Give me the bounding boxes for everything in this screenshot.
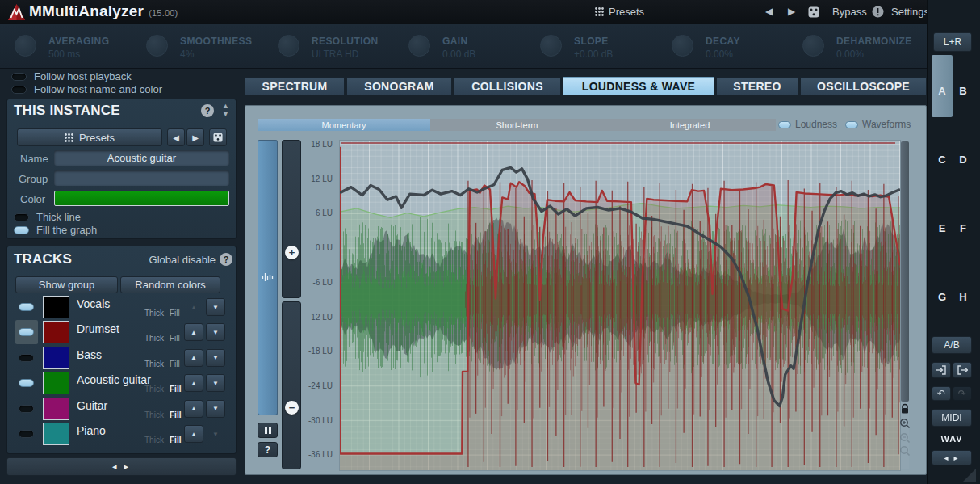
track-enable-toggle[interactable] — [19, 328, 34, 336]
track-fill-label[interactable]: Fill — [170, 410, 181, 419]
tab-sonogram[interactable]: SONOGRAM — [346, 77, 452, 95]
track-color-swatch[interactable] — [43, 321, 69, 343]
slot-a[interactable]: A — [932, 85, 953, 97]
copy-to-slot-icon[interactable] — [932, 362, 951, 378]
slot-e[interactable]: E — [932, 222, 953, 234]
track-thick-label[interactable]: Thick — [144, 385, 164, 394]
track-color-swatch[interactable] — [43, 372, 69, 394]
tab-spectrum[interactable]: SPECTRUM — [245, 77, 345, 95]
waveforms-toggle[interactable]: Waveforms — [845, 119, 911, 130]
zoom-fit-icon[interactable] — [899, 445, 911, 457]
track-thick-label[interactable]: Thick — [144, 410, 164, 419]
knob-dial[interactable] — [15, 35, 36, 57]
knob-dial[interactable] — [672, 35, 693, 57]
knob-smoothness[interactable]: SMOOTHNESS4% — [146, 32, 275, 65]
track-move-down-button[interactable]: ▼ — [206, 374, 225, 392]
limiter-warning-icon[interactable] — [872, 6, 884, 18]
mode-momentary[interactable]: Momentary — [258, 119, 430, 131]
knob-dial[interactable] — [408, 35, 430, 57]
track-move-up-button[interactable]: ▲ — [184, 425, 203, 443]
tab-collisions[interactable]: COLLISIONS — [454, 77, 561, 95]
track-fill-label[interactable]: Fill — [170, 309, 180, 318]
name-field[interactable]: Acoustic guitar — [54, 150, 229, 166]
slot-c[interactable]: C — [932, 154, 953, 166]
previous-preset-button[interactable]: ◀ — [765, 6, 773, 17]
slot-f[interactable]: F — [953, 222, 974, 234]
track-move-down-button[interactable]: ▼ — [206, 400, 225, 418]
track-enable-toggle[interactable] — [19, 303, 34, 311]
track-move-up-button[interactable]: ▲ — [184, 400, 203, 418]
previous-instance-preset-button[interactable]: ◀ — [167, 128, 185, 146]
track-color-swatch[interactable] — [43, 398, 69, 420]
settings-button[interactable]: Settings — [891, 6, 929, 18]
zoom-out-icon[interactable] — [899, 432, 911, 444]
follow-host-playback-toggle[interactable]: Follow host playback — [11, 70, 132, 82]
knob-dial[interactable] — [540, 35, 562, 57]
knob-dial[interactable] — [802, 35, 824, 57]
track-enable-toggle[interactable] — [19, 430, 34, 438]
show-group-button[interactable]: Show group — [15, 276, 118, 293]
tab-stereo[interactable]: STEREO — [716, 77, 798, 95]
paste-from-slot-icon[interactable] — [953, 362, 972, 378]
pause-button[interactable] — [258, 423, 278, 438]
random-preset-dice-icon[interactable] — [808, 6, 819, 18]
track-thick-label[interactable]: Thick — [144, 436, 164, 444]
knob-resolution[interactable]: RESOLUTIONULTRA HD — [278, 32, 407, 65]
random-instance-preset-button[interactable] — [209, 128, 227, 146]
wav-label[interactable]: WAV — [928, 434, 976, 444]
slot-h[interactable]: H — [953, 291, 974, 303]
loudness-wave-plot[interactable] — [339, 140, 901, 471]
knob-dial[interactable] — [146, 35, 168, 57]
track-move-up-button[interactable]: ▲ — [184, 374, 203, 392]
undo-icon[interactable]: ↶ — [932, 386, 951, 401]
knob-dial[interactable] — [278, 35, 299, 57]
track-color-swatch[interactable] — [43, 423, 69, 445]
mode-integrated[interactable]: Integrated — [604, 119, 776, 131]
tab-oscilloscope[interactable]: OSCILLOSCOPE — [800, 77, 927, 95]
knob-gain[interactable]: GAIN0.00 dB — [408, 32, 538, 65]
track-color-swatch[interactable] — [43, 347, 69, 369]
track-fill-label[interactable]: Fill — [170, 385, 181, 394]
sidebar-resize-button[interactable]: ◂ ▸ — [932, 450, 972, 465]
chart-help-button[interactable]: ? — [258, 442, 278, 457]
presets-menu-button[interactable]: Presets — [595, 6, 644, 18]
track-move-down-button[interactable]: ▼ — [206, 298, 225, 316]
left-panel-resize-button[interactable]: ◂ ▸ — [6, 457, 237, 476]
slot-d[interactable]: D — [953, 154, 974, 166]
group-field[interactable] — [54, 170, 229, 186]
scrollbar-thumb[interactable] — [901, 141, 909, 402]
tracks-help-icon[interactable]: ? — [220, 253, 232, 266]
track-fill-label[interactable]: Fill — [170, 436, 181, 444]
lock-icon[interactable] — [899, 403, 911, 415]
track-fill-label[interactable]: Fill — [170, 360, 180, 368]
random-colors-button[interactable]: Random colors — [120, 276, 220, 293]
thick-line-toggle[interactable]: Thick line — [14, 211, 81, 223]
track-thick-label[interactable]: Thick — [144, 309, 164, 318]
track-color-swatch[interactable] — [43, 296, 69, 318]
track-thick-label[interactable]: Thick — [144, 334, 164, 343]
channel-mode-button[interactable]: L+R — [933, 32, 972, 52]
window-resize-grip[interactable] — [963, 469, 976, 482]
zoom-in-icon[interactable] — [899, 418, 911, 429]
midi-button[interactable]: MIDI — [932, 409, 972, 427]
bypass-button[interactable]: Bypass — [832, 6, 867, 18]
knob-slope[interactable]: SLOPE+0.00 dB — [540, 32, 669, 65]
knob-deharmonize[interactable]: DEHARMONIZE0.00% — [802, 32, 932, 65]
color-swatch[interactable] — [54, 191, 229, 206]
track-move-up-button[interactable]: ▲ — [184, 349, 203, 367]
track-enable-toggle[interactable] — [19, 379, 34, 387]
slot-g[interactable]: G — [932, 291, 953, 303]
zoom-out-circle-button[interactable]: − — [285, 401, 299, 415]
next-instance-preset-button[interactable]: ▶ — [186, 128, 204, 146]
zoom-track-upper[interactable]: + — [282, 140, 301, 298]
ab-compare-button[interactable]: A/B — [932, 336, 972, 354]
fill-graph-toggle[interactable]: Fill the graph — [14, 224, 97, 236]
global-disable-label[interactable]: Global disable — [127, 254, 216, 266]
collapse-panel-icon[interactable]: ▲▼ — [222, 102, 229, 118]
level-slider[interactable] — [258, 140, 278, 415]
track-move-down-button[interactable]: ▼ — [206, 349, 225, 367]
this-instance-help-icon[interactable]: ? — [201, 104, 214, 117]
instance-presets-button[interactable]: Presets — [17, 128, 162, 146]
mode-short-term[interactable]: Short-term — [430, 119, 604, 131]
loudness-toggle[interactable]: Loudness — [778, 119, 837, 130]
